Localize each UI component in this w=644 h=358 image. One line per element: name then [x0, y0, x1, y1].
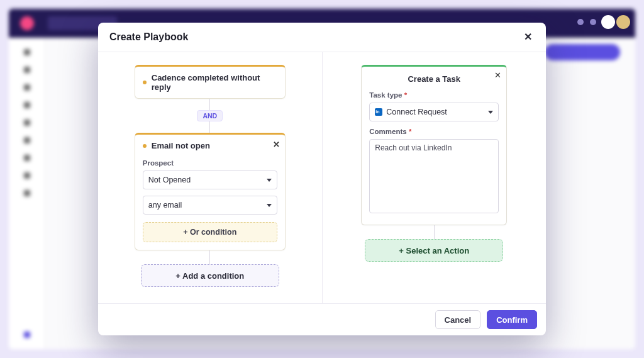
- remove-condition-icon[interactable]: ✕: [273, 140, 280, 149]
- connector-and-chip: AND: [197, 110, 223, 121]
- connector-line: [434, 225, 435, 239]
- select-value: any email: [148, 201, 263, 210]
- chevron-down-icon: [267, 204, 272, 207]
- create-playbook-modal: Create Playbook ✕ Cadence completed with…: [98, 23, 546, 335]
- add-condition-button[interactable]: + Add a condition: [141, 264, 279, 287]
- modal-title: Create Playbook: [109, 31, 188, 43]
- avatar: [601, 15, 615, 29]
- page-accent-banner: [545, 44, 620, 60]
- linkedin-icon: [375, 108, 382, 116]
- comments-label: Comments *: [369, 128, 499, 135]
- select-value: Not Opened: [148, 176, 263, 184]
- connector-line: [209, 250, 210, 264]
- close-icon[interactable]: ✕: [521, 30, 535, 44]
- condition-label: Email not open: [152, 141, 210, 150]
- chevron-down-icon: [267, 179, 272, 182]
- app-sidebar: [9, 38, 45, 349]
- select-action-button[interactable]: + Select an Action: [365, 239, 503, 262]
- add-condition-label: + Add a condition: [175, 271, 244, 281]
- condition-card-cadence: Cadence completed without reply: [135, 65, 286, 99]
- chevron-down-icon: [488, 111, 493, 114]
- condition-bullet-icon: [143, 144, 147, 148]
- confirm-label: Confirm: [496, 315, 528, 325]
- conditions-column: Cadence completed without reply AND Emai…: [98, 52, 323, 303]
- condition-label: Cadence completed without reply: [152, 73, 277, 92]
- modal-footer: Cancel Confirm: [98, 303, 546, 335]
- prospect-label: Prospect: [143, 159, 277, 167]
- task-type-label: Task type *: [369, 91, 499, 99]
- actions-column: ✕ Create a Task Task type * Connect Requ…: [323, 52, 547, 303]
- prospect-status-select[interactable]: Not Opened: [143, 171, 277, 189]
- email-scope-select[interactable]: any email: [143, 196, 277, 215]
- topbar-icon: [577, 19, 584, 25]
- confirm-button[interactable]: Confirm: [487, 310, 537, 329]
- modal-body: Cadence completed without reply AND Emai…: [98, 52, 546, 303]
- select-value: Connect Request: [386, 108, 484, 116]
- avatar: [616, 15, 630, 29]
- action-card-title: Create a Task: [362, 67, 506, 89]
- connector-line: [209, 99, 210, 110]
- modal-header: Create Playbook ✕: [98, 23, 546, 52]
- remove-action-icon[interactable]: ✕: [494, 70, 501, 80]
- select-action-label: + Select an Action: [399, 246, 469, 255]
- cancel-button[interactable]: Cancel: [435, 310, 481, 329]
- topbar-icon: [590, 19, 596, 25]
- task-type-select[interactable]: Connect Request: [369, 103, 499, 121]
- action-card-create-task: ✕ Create a Task Task type * Connect Requ…: [361, 65, 507, 225]
- add-or-condition-button[interactable]: + Or condition: [143, 222, 277, 242]
- cancel-label: Cancel: [445, 315, 472, 325]
- or-condition-label: + Or condition: [183, 228, 236, 237]
- app-logo: [20, 16, 34, 30]
- comments-textarea[interactable]: Reach out via LinkedIn: [369, 139, 499, 213]
- condition-card-email: Email not open ✕ Prospect Not Opened any…: [135, 133, 286, 250]
- connector-line: [209, 121, 210, 133]
- condition-bullet-icon: [143, 81, 147, 84]
